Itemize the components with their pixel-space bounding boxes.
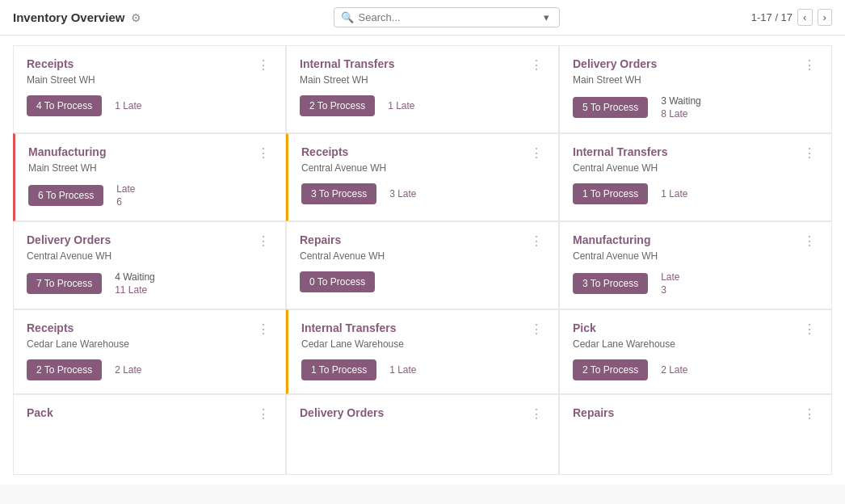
card-subtitle: Cedar Lane Warehouse bbox=[301, 338, 545, 350]
process-button[interactable]: 1 To Process bbox=[573, 183, 648, 204]
card-menu-icon[interactable]: ⋮ bbox=[255, 233, 272, 249]
card-menu-icon[interactable]: ⋮ bbox=[255, 406, 272, 422]
card-title[interactable]: Pick bbox=[573, 321, 596, 334]
prev-page-button[interactable]: ‹ bbox=[797, 9, 812, 26]
card-menu-icon[interactable]: ⋮ bbox=[255, 145, 272, 161]
card-header: Internal Transfers ⋮ bbox=[300, 57, 545, 73]
stat-item: 4 Waiting bbox=[115, 271, 155, 283]
pagination-text: 1-17 / 17 bbox=[751, 11, 792, 23]
card-body: 3 To Process Late3 bbox=[573, 271, 818, 296]
process-button[interactable]: 7 To Process bbox=[27, 273, 102, 294]
stat-item: 3 Waiting bbox=[661, 95, 701, 107]
card-subtitle: Central Avenue WH bbox=[27, 250, 272, 262]
card-stats: 2 Late bbox=[661, 364, 687, 376]
top-bar-left: Inventory Overview ⚙ bbox=[13, 10, 141, 24]
search-dropdown-button[interactable]: ▾ bbox=[540, 11, 553, 23]
card-title[interactable]: Repairs bbox=[300, 233, 341, 246]
card-title[interactable]: Receipts bbox=[301, 145, 348, 158]
stat-item: 2 Late bbox=[661, 364, 687, 376]
card-title[interactable]: Delivery Orders bbox=[300, 406, 384, 419]
search-input[interactable] bbox=[359, 11, 536, 23]
card-title[interactable]: Receipts bbox=[27, 321, 74, 334]
card-subtitle: Central Avenue WH bbox=[301, 162, 545, 174]
inventory-card: Receipts ⋮ Cedar Lane Warehouse 2 To Pro… bbox=[13, 309, 286, 394]
process-button[interactable]: 6 To Process bbox=[28, 185, 103, 206]
card-header: Internal Transfers ⋮ bbox=[301, 321, 545, 337]
inventory-card: Delivery Orders ⋮ bbox=[286, 394, 559, 475]
card-menu-icon[interactable]: ⋮ bbox=[528, 57, 545, 73]
card-menu-icon[interactable]: ⋮ bbox=[528, 321, 545, 337]
pagination: 1-17 / 17 ‹ › bbox=[751, 9, 832, 26]
stat-item: Late bbox=[661, 271, 679, 283]
process-button[interactable]: 1 To Process bbox=[301, 359, 376, 380]
process-button[interactable]: 5 To Process bbox=[573, 97, 648, 118]
card-title[interactable]: Manufacturing bbox=[573, 233, 650, 246]
card-title[interactable]: Internal Transfers bbox=[300, 57, 395, 70]
page-title: Inventory Overview bbox=[13, 10, 124, 24]
card-subtitle: Cedar Lane Warehouse bbox=[27, 338, 272, 350]
inventory-card: Receipts ⋮ Central Avenue WH 3 To Proces… bbox=[286, 133, 559, 221]
card-title[interactable]: Pack bbox=[27, 406, 53, 419]
card-subtitle: Main Street WH bbox=[573, 74, 818, 86]
card-menu-icon[interactable]: ⋮ bbox=[528, 233, 545, 249]
card-title[interactable]: Receipts bbox=[27, 57, 74, 70]
card-menu-icon[interactable]: ⋮ bbox=[801, 233, 818, 249]
card-body: 3 To Process 3 Late bbox=[301, 183, 545, 204]
card-menu-icon[interactable]: ⋮ bbox=[801, 57, 818, 73]
card-header: Delivery Orders ⋮ bbox=[27, 233, 272, 249]
card-stats: 3 Late bbox=[389, 188, 416, 200]
card-title[interactable]: Delivery Orders bbox=[27, 233, 111, 246]
card-stats: Late6 bbox=[116, 183, 135, 208]
card-body: 5 To Process 3 Waiting8 Late bbox=[573, 95, 818, 120]
card-menu-icon[interactable]: ⋮ bbox=[801, 145, 818, 161]
card-stats: 3 Waiting8 Late bbox=[661, 95, 701, 120]
stat-item: 1 Late bbox=[661, 188, 687, 200]
card-header: Internal Transfers ⋮ bbox=[573, 145, 818, 161]
process-button[interactable]: 3 To Process bbox=[573, 273, 648, 294]
card-title[interactable]: Internal Transfers bbox=[573, 145, 668, 158]
card-subtitle: Main Street WH bbox=[300, 74, 545, 86]
card-menu-icon[interactable]: ⋮ bbox=[528, 406, 545, 422]
card-stats: 1 Late bbox=[115, 100, 141, 111]
card-header: Receipts ⋮ bbox=[27, 57, 272, 73]
process-button[interactable]: 2 To Process bbox=[300, 95, 375, 116]
stat-item: 1 Late bbox=[388, 100, 414, 111]
card-menu-icon[interactable]: ⋮ bbox=[801, 406, 818, 422]
inventory-card: Delivery Orders ⋮ Central Avenue WH 7 To… bbox=[13, 221, 286, 309]
next-page-button[interactable]: › bbox=[818, 9, 832, 26]
card-body: 0 To Process bbox=[300, 271, 545, 292]
stat-item: 3 bbox=[661, 284, 679, 296]
card-subtitle: Cedar Lane Warehouse bbox=[573, 338, 818, 350]
inventory-card: Repairs ⋮ Central Avenue WH 0 To Process bbox=[286, 221, 559, 309]
card-title[interactable]: Internal Transfers bbox=[301, 321, 397, 334]
inventory-card: Pack ⋮ bbox=[13, 394, 286, 475]
card-subtitle: Main Street WH bbox=[27, 74, 272, 86]
card-body: 4 To Process 1 Late bbox=[27, 95, 272, 116]
card-menu-icon[interactable]: ⋮ bbox=[255, 57, 272, 73]
card-header: Delivery Orders ⋮ bbox=[573, 57, 818, 73]
card-subtitle: Central Avenue WH bbox=[573, 162, 818, 174]
stat-item: 3 Late bbox=[389, 188, 416, 200]
stat-item: 8 Late bbox=[661, 108, 701, 120]
card-header: Manufacturing ⋮ bbox=[573, 233, 818, 249]
process-button[interactable]: 2 To Process bbox=[573, 359, 648, 380]
inventory-card: Receipts ⋮ Main Street WH 4 To Process 1… bbox=[13, 45, 286, 133]
card-title[interactable]: Repairs bbox=[573, 406, 614, 419]
gear-icon[interactable]: ⚙ bbox=[131, 11, 141, 24]
process-button[interactable]: 4 To Process bbox=[27, 95, 102, 116]
card-title[interactable]: Manufacturing bbox=[28, 145, 106, 158]
cards-grid: Receipts ⋮ Main Street WH 4 To Process 1… bbox=[0, 36, 845, 485]
card-title[interactable]: Delivery Orders bbox=[573, 57, 657, 70]
card-stats: 1 Late bbox=[389, 364, 416, 376]
card-subtitle: Main Street WH bbox=[28, 162, 272, 174]
process-button[interactable]: 3 To Process bbox=[301, 183, 376, 204]
card-menu-icon[interactable]: ⋮ bbox=[255, 321, 272, 337]
process-button[interactable]: 2 To Process bbox=[27, 359, 102, 380]
card-menu-icon[interactable]: ⋮ bbox=[528, 145, 545, 161]
card-stats: Late3 bbox=[661, 271, 679, 296]
card-body: 6 To Process Late6 bbox=[28, 183, 272, 208]
inventory-card: Delivery Orders ⋮ Main Street WH 5 To Pr… bbox=[559, 45, 832, 133]
process-button[interactable]: 0 To Process bbox=[300, 271, 375, 292]
card-menu-icon[interactable]: ⋮ bbox=[801, 321, 818, 337]
card-header: Repairs ⋮ bbox=[300, 233, 545, 249]
